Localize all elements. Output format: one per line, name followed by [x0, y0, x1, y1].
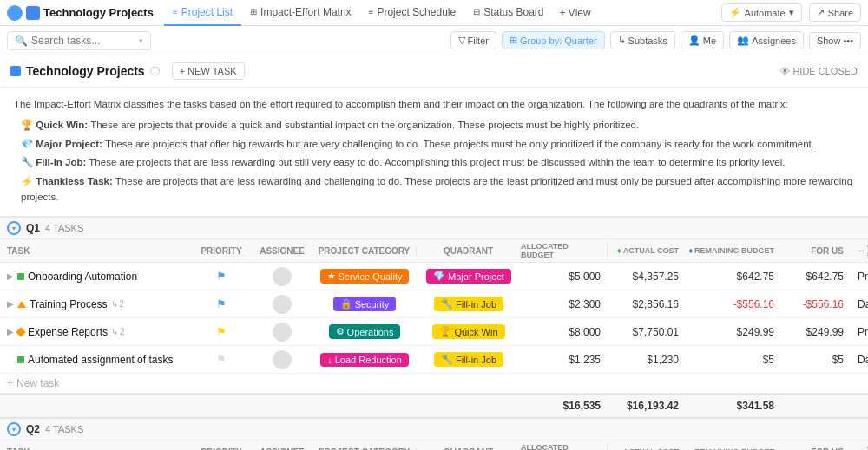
priority-flag-icon[interactable]: ⚑ [216, 325, 227, 338]
project-category-badge[interactable]: ⚙Operations [329, 324, 401, 339]
nav-tabs: ≡ Project List ⊞ Impact-Effort Matrix ≡ … [164, 0, 598, 26]
project-category-badge[interactable]: ★Service Quality [320, 269, 410, 284]
info-icon[interactable]: ⓘ [150, 65, 160, 78]
task-name-cell: ▶ Automated assignment of tasks [0, 350, 191, 369]
task-name[interactable]: Automated assignment of tasks [28, 354, 173, 366]
q1-task-table: ▶ Onboarding Automation ⚑ ★Service Quali… [0, 263, 868, 418]
assignee-cell [252, 350, 312, 369]
quadrant-cell: 🔧Fill-in Job [417, 297, 521, 311]
more-options-icon: ••• [843, 36, 853, 46]
expand-icon[interactable]: ▶ [7, 327, 14, 336]
task-name[interactable]: Onboarding Automation [28, 271, 137, 283]
task-status-indicator [17, 301, 26, 308]
col-header-for-us: FOR US [781, 246, 851, 256]
assignee-cell [252, 323, 312, 342]
totals-remaining-value: $341.58 [737, 400, 774, 412]
remaining-budget-value: $642.75 [737, 271, 774, 283]
remaining-budget-value: $5 [763, 354, 774, 366]
add-task-row-q1[interactable]: + New task [0, 374, 868, 394]
for-us-value: -$556.16 [803, 298, 844, 310]
expand-icon[interactable]: ▶ [7, 299, 14, 309]
remaining-budget-cell: -$556.16 [686, 298, 781, 310]
assignees-button[interactable]: 👥 Assignees [729, 31, 804, 49]
subtasks-button[interactable]: ↳ Subtasks [610, 31, 675, 49]
for-us-cell: $5 [781, 354, 851, 366]
plus-icon: + [7, 377, 13, 389]
search-box[interactable]: 🔍 ▾ [7, 31, 151, 50]
allocated-budget-value: $5,000 [569, 271, 601, 283]
change-management-value: Dashboard development for mo... [858, 298, 868, 310]
change-management-cell: Dashboard development for mo... [851, 298, 868, 310]
priority-flag-icon[interactable]: ⚑ [216, 353, 227, 366]
quadrant-cell: 🔧Fill-in Job [417, 352, 521, 367]
group-q1-toggle[interactable]: ▾ [7, 221, 21, 235]
hide-closed-button[interactable]: 👁 HIDE CLOSED [780, 66, 858, 76]
col-header-project-category: PROJECT CATEGORY [312, 246, 417, 256]
me-button[interactable]: 👤 Me [681, 31, 724, 49]
assignee-cell [252, 267, 312, 286]
add-view-button[interactable]: + View [553, 0, 598, 26]
change-management-value: Project Closeout [858, 326, 868, 338]
quadrant-badge[interactable]: 🔧Fill-in Job [434, 297, 503, 311]
avatar [273, 267, 292, 286]
task-name-cell: ▶ Onboarding Automation [0, 267, 191, 286]
share-icon: ↗ [817, 7, 825, 18]
col-header-priority: PRIORITY [191, 246, 252, 256]
quadrant-badge[interactable]: 🔧Fill-in Job [434, 352, 503, 367]
group-q2-label: Q2 [26, 423, 40, 435]
task-name-cell: ▶ Expense Reports ↳2 [0, 323, 191, 342]
chevron-icon: ▾ [12, 225, 16, 232]
quadrant-badge[interactable]: 💎Major Project [426, 269, 511, 284]
new-task-button[interactable]: + NEW TASK [172, 62, 245, 80]
top-navigation: Technology Projects ≡ Project List ⊞ Imp… [0, 0, 868, 26]
totals-actual: $16,193.42 [608, 400, 686, 412]
task-name[interactable]: Training Process [30, 298, 108, 310]
col-header-task: TASK [0, 444, 191, 450]
share-button[interactable]: ↗ Share [809, 3, 861, 22]
expand-icon[interactable]: ▶ [7, 271, 14, 281]
eye-icon: 👁 [780, 66, 790, 76]
tab-status-board[interactable]: ⊟ Status Board [464, 0, 552, 26]
allocated-budget-cell: $1,235 [521, 354, 608, 366]
actual-cost-value: $4,357.25 [633, 271, 679, 283]
search-input[interactable] [31, 35, 135, 47]
bullet-item-4: ⚡ Thankless Task: These are projects tha… [21, 173, 854, 205]
group-q2-header: ▾ Q2 4 TASKS [0, 418, 868, 440]
task-status-indicator [17, 273, 24, 280]
remaining-budget-cell: $5 [686, 354, 781, 366]
group-icon: ⊞ [510, 35, 517, 46]
change-management-cell: Project Closeout [851, 271, 868, 283]
allocated-budget-cell: $5,000 [521, 271, 608, 283]
tab-impact-effort[interactable]: ⊞ Impact-Effort Matrix [241, 0, 359, 26]
avatar [273, 323, 292, 342]
change-management-cell: Dashboard development for mo... [851, 354, 868, 366]
priority-cell: ⚑ [191, 270, 252, 283]
tab-project-schedule[interactable]: ≡ Project Schedule [360, 0, 465, 26]
actual-cost-value: $1,230 [647, 354, 679, 366]
remaining-budget-cell: $642.75 [686, 271, 781, 283]
automate-button[interactable]: ⚡ Automate ▾ [721, 3, 802, 22]
col-header-change-management: ↔CHANGE MANAGEMENT [851, 443, 868, 450]
project-category-badge[interactable]: 🔒Security [333, 297, 397, 311]
col-header-allocated-budget: ALLOCATED BUDGET [521, 443, 608, 450]
task-name[interactable]: Expense Reports [28, 326, 108, 338]
remaining-budget-cell: $249.99 [686, 326, 781, 338]
bullet-item-1: 🏆 Quick Win: These are projects that pro… [21, 117, 854, 133]
priority-flag-icon[interactable]: ⚑ [216, 297, 227, 310]
totals-budget: $16,535 [521, 400, 608, 412]
priority-cell: ⚑ [191, 297, 252, 310]
filter-button[interactable]: ▽ Filter [450, 31, 496, 49]
tab-project-list[interactable]: ≡ Project List [164, 0, 241, 26]
assignee-cell [252, 295, 312, 314]
quadrant-badge[interactable]: 🏆Quick Win [432, 324, 504, 339]
tab-icon-schedule: ≡ [369, 7, 374, 16]
priority-flag-icon[interactable]: ⚑ [216, 270, 227, 283]
allocated-budget-value: $1,235 [569, 354, 601, 366]
show-button[interactable]: Show ••• [809, 32, 861, 49]
col-header-task: TASK [0, 243, 191, 259]
group-by-button[interactable]: ⊞ Group by: Quarter [502, 31, 605, 49]
project-category-cell: ★Service Quality [312, 269, 417, 284]
table-row: ▶ Onboarding Automation ⚑ ★Service Quali… [0, 263, 868, 290]
project-category-badge[interactable]: ↓Load Reduction [320, 353, 409, 367]
group-q2-toggle[interactable]: ▾ [7, 422, 21, 436]
